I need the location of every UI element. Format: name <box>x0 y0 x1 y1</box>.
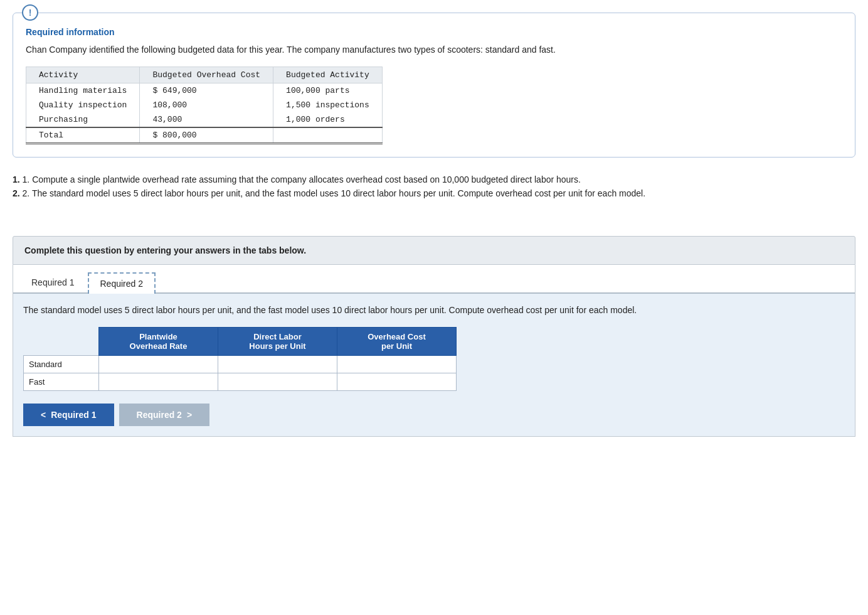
col-empty-header <box>24 327 99 355</box>
col-activity: Activity <box>26 67 140 83</box>
tab2-description: The standard model uses 5 direct labor h… <box>23 304 845 317</box>
total-label: Total <box>26 127 140 144</box>
tab-required1[interactable]: Required 1 <box>19 272 87 292</box>
prev-icon: < <box>41 410 46 420</box>
budgeted-data-table: Activity Budgeted Overhead Cost Budgeted… <box>26 67 383 144</box>
nav-buttons: < Required 1 Required 2 > <box>23 404 845 426</box>
table-row: Handling materials $ 649,000 100,000 par… <box>26 83 383 99</box>
standard-plantwide-field[interactable] <box>105 360 211 369</box>
tab-required2[interactable]: Required 2 <box>88 272 156 294</box>
info-title: Required information <box>26 27 842 37</box>
prev-label: Required 1 <box>51 410 96 420</box>
answer-table-wrapper: Plantwide Overhead Rate Direct Labor Hou… <box>23 327 845 391</box>
fast-label: Fast <box>24 373 99 390</box>
total-cost: $ 800,000 <box>140 127 273 144</box>
fast-row: Fast <box>24 373 457 390</box>
tabs-row: Required 1 Required 2 <box>13 265 855 294</box>
budgeted-activity: 1,000 orders <box>273 112 383 127</box>
total-activity <box>273 127 383 144</box>
tabs-container: Required 1 Required 2 The standard model… <box>13 265 855 437</box>
standard-direct-labor-field[interactable] <box>225 360 331 369</box>
problem-part1: 1. 1. Compute a single plantwide overhea… <box>13 173 855 186</box>
fast-overhead-cost-input[interactable] <box>337 373 457 390</box>
answer-table: Plantwide Overhead Rate Direct Labor Hou… <box>23 327 457 391</box>
info-icon: ! <box>22 4 38 21</box>
col-plantwide-header: Plantwide Overhead Rate <box>99 327 218 355</box>
fast-direct-labor-field[interactable] <box>225 377 331 387</box>
budgeted-activity: 100,000 parts <box>273 83 383 99</box>
prev-button[interactable]: < Required 1 <box>23 404 114 426</box>
fast-plantwide-field[interactable] <box>105 377 211 387</box>
col-overhead-cost-header: Overhead Cost per Unit <box>337 327 457 355</box>
standard-plantwide-input[interactable] <box>99 355 218 373</box>
problem-text: 1. 1. Compute a single plantwide overhea… <box>13 173 855 201</box>
budgeted-activity: 1,500 inspections <box>273 98 383 112</box>
activity-name: Quality inspection <box>26 98 140 112</box>
tab2-content: The standard model uses 5 direct labor h… <box>13 294 855 436</box>
standard-overhead-cost-input[interactable] <box>337 355 457 373</box>
total-row: Total $ 800,000 <box>26 127 383 144</box>
fast-plantwide-input[interactable] <box>99 373 218 390</box>
activity-name: Handling materials <box>26 83 140 99</box>
activity-name: Purchasing <box>26 112 140 127</box>
next-button[interactable]: Required 2 > <box>119 404 210 426</box>
standard-label: Standard <box>24 355 99 373</box>
info-box: ! Required information Chan Company iden… <box>13 13 855 158</box>
overhead-cost: 43,000 <box>140 112 273 127</box>
col-overhead-cost: Budgeted Overhead Cost <box>140 67 273 83</box>
next-icon: > <box>187 410 192 420</box>
complete-box: Complete this question by entering your … <box>13 236 855 265</box>
standard-overhead-cost-field[interactable] <box>344 360 450 369</box>
table-row: Quality inspection 108,000 1,500 inspect… <box>26 98 383 112</box>
standard-row: Standard <box>24 355 457 373</box>
col-direct-labor-header: Direct Labor Hours per Unit <box>218 327 337 355</box>
info-description: Chan Company identified the following bu… <box>26 43 842 56</box>
next-label: Required 2 <box>137 410 182 420</box>
problem-part2: 2. 2. The standard model uses 5 direct l… <box>13 186 855 200</box>
col-budgeted-activity: Budgeted Activity <box>273 67 383 83</box>
overhead-cost: 108,000 <box>140 98 273 112</box>
complete-box-text: Complete this question by entering your … <box>24 245 306 255</box>
overhead-cost: $ 649,000 <box>140 83 273 99</box>
fast-direct-labor-input[interactable] <box>218 373 337 390</box>
table-row: Purchasing 43,000 1,000 orders <box>26 112 383 127</box>
standard-direct-labor-input[interactable] <box>218 355 337 373</box>
fast-overhead-cost-field[interactable] <box>344 377 450 387</box>
